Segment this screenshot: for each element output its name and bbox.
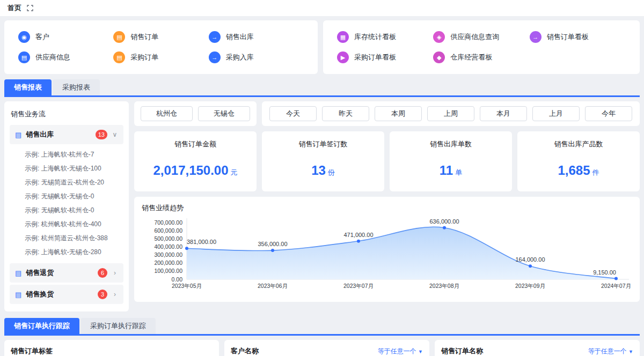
svg-text:0.00: 0.00 [172, 276, 183, 283]
count-badge: 13 [96, 130, 107, 139]
fullscreen-icon[interactable] [27, 5, 33, 11]
shortcut-label: 销售订单看板 [547, 32, 589, 42]
stat-unit: 元 [231, 168, 238, 176]
svg-text:700,000.00: 700,000.00 [154, 219, 182, 226]
shortcut-row: ◉ 客户 ▤ 销售订单 → 销售出库 ▤ 供应商信息 ▤ 采购订单 → 采购入库 [0, 16, 644, 74]
stats-row: 销售订单金额 2,017,150.00元 销售订单签订数 13份 销售出库单数 … [134, 131, 640, 191]
period-filter-this-month[interactable]: 本月 [480, 106, 527, 121]
svg-text:2024年07月: 2024年07月 [601, 283, 631, 289]
shortcut-sales-order[interactable]: ▤ 销售订单 [113, 31, 208, 43]
sidebar-group-sales-return[interactable]: ▤ 销售退货 6 › [10, 263, 123, 283]
sidebar-title: 销售业务流 [4, 105, 129, 123]
stat-card-orders-signed: 销售订单签订数 13份 [262, 131, 384, 191]
sidebar-subitem[interactable]: 示例: 杭州帆软-杭州仓-400 [4, 217, 129, 231]
sidebar-group-sales-outbound[interactable]: ▤ 销售出库 13 ∨ [10, 125, 123, 144]
tab-purchase-order-tracking[interactable]: 采购订单执行跟踪 [80, 318, 156, 334]
stat-value: 11单 [390, 163, 512, 178]
sidebar-subitem[interactable]: 示例: 无锡帆软-无锡仓-0 [4, 189, 129, 203]
stat-value: 13份 [262, 163, 384, 178]
stat-unit: 件 [592, 168, 599, 176]
period-filter-last-month[interactable]: 上月 [532, 106, 580, 121]
shortcut-warehouse-board[interactable]: ◆ 仓库经营看板 [433, 51, 529, 63]
tab-purchase-report[interactable]: 采购报表 [53, 79, 100, 95]
shortcut-customer[interactable]: ◉ 客户 [18, 31, 113, 43]
sidebar-subitem[interactable]: 示例: 上海帆软-杭州仓-7 [4, 147, 129, 161]
warehouse-filter-hangzhou[interactable]: 杭州仓 [141, 106, 193, 121]
period-filter-card: 今天 昨天 本周 上周 本月 上月 今年 [262, 101, 640, 126]
document-icon: ▤ [15, 269, 21, 277]
warehouse-filter-card: 杭州仓 无锡仓 [134, 101, 257, 126]
stat-unit: 份 [328, 168, 335, 176]
svg-text:2023年06月: 2023年06月 [258, 283, 288, 289]
purchase-order-icon: ▤ [113, 51, 125, 63]
sidebar-subitem[interactable]: 示例: 无锡简道云-杭州仓-20 [4, 175, 129, 189]
tracking-tabs: 销售订单执行跟踪 采购订单执行跟踪 [4, 318, 640, 334]
svg-text:164,000.00: 164,000.00 [515, 256, 545, 263]
shortcut-label: 供应商信息 [35, 53, 70, 62]
stat-card-order-amount: 销售订单金额 2,017,150.00元 [134, 131, 257, 191]
shortcut-inventory-board[interactable]: ▦ 库存统计看板 [337, 31, 433, 43]
shortcut-label: 采购订单看板 [354, 53, 396, 62]
home-link[interactable]: 首页 [8, 3, 21, 13]
sidebar-group-sales-exchange[interactable]: ▤ 销售换货 3 › [10, 285, 123, 304]
sales-flow-sidebar: 销售业务流 ▤ 销售出库 13 ∨ 示例: 上海帆软-杭州仓-7 示例: 上海帆… [4, 101, 129, 312]
shortcut-supplier-query[interactable]: ◈ 供应商信息查询 [433, 31, 529, 43]
order-condition-dropdown[interactable]: 等于任意一个 ▼ [588, 347, 633, 356]
customer-icon: ◉ [18, 31, 30, 43]
chevron-down-icon: ∨ [112, 131, 118, 138]
supplier-query-icon: ◈ [433, 31, 445, 43]
chevron-right-icon: › [112, 269, 118, 277]
chevron-right-icon: › [112, 291, 118, 298]
report-tabs: 销售报表 采购报表 [4, 79, 640, 95]
shortcut-label: 采购订单 [130, 53, 158, 62]
period-filter-yesterday[interactable]: 昨天 [322, 106, 369, 121]
order-name-filter-card: 销售订单名称 等于任意一个 ▼ ∨ [435, 340, 640, 356]
warehouse-filter-wuxi[interactable]: 无锡仓 [198, 106, 250, 121]
document-icon: ▤ [15, 131, 21, 139]
shortcut-label: 销售出库 [226, 32, 254, 42]
main-area: 销售业务流 ▤ 销售出库 13 ∨ 示例: 上海帆软-杭州仓-7 示例: 上海帆… [0, 97, 644, 316]
stat-title: 销售出库产品数 [517, 139, 640, 149]
svg-text:400,000.00: 400,000.00 [154, 243, 182, 250]
sidebar-subitem[interactable]: 示例: 上海帆软-无锡仓-100 [4, 161, 129, 175]
svg-text:2023年09月: 2023年09月 [515, 283, 545, 289]
purchase-inbound-icon: → [209, 51, 221, 63]
shortcut-sales-order-board[interactable]: → 销售订单看板 [530, 31, 626, 43]
document-icon: ▤ [15, 291, 21, 299]
sidebar-subitem[interactable]: 示例: 杭州简道云-杭州仓-388 [4, 231, 129, 245]
period-filter-this-week[interactable]: 本周 [375, 106, 422, 121]
filters-row: 杭州仓 无锡仓 今天 昨天 本周 上周 本月 上月 今年 [134, 101, 640, 126]
period-filter-today[interactable]: 今天 [269, 106, 317, 121]
customer-condition-dropdown[interactable]: 等于任意一个 ▼ [378, 347, 423, 356]
sidebar-subitem[interactable]: 示例: 上海帆软-无锡仓-280 [4, 245, 129, 259]
count-badge: 3 [98, 290, 107, 299]
stat-value: 2,017,150.00元 [134, 163, 257, 178]
sidebar-subitem[interactable]: 示例: 无锡帆软-杭州仓-0 [4, 203, 129, 217]
period-filter-last-week[interactable]: 上周 [427, 106, 474, 121]
topbar: 首页 [0, 0, 644, 16]
stat-card-outbound-products: 销售出库产品数 1,685件 [517, 131, 640, 191]
report-content: 杭州仓 无锡仓 今天 昨天 本周 上周 本月 上月 今年 销售订单金额 2,01… [134, 101, 640, 302]
shortcut-sales-outbound[interactable]: → 销售出库 [209, 31, 304, 43]
shortcut-panel-left: ◉ 客户 ▤ 销售订单 → 销售出库 ▤ 供应商信息 ▤ 采购订单 → 采购入库 [4, 20, 318, 74]
stat-title: 销售订单签订数 [262, 139, 384, 149]
inventory-board-icon: ▦ [337, 31, 349, 43]
count-badge: 6 [98, 268, 107, 278]
shortcut-label: 仓库经营看板 [450, 53, 492, 62]
period-filter-this-year[interactable]: 今年 [585, 106, 632, 121]
sales-order-board-icon: → [530, 31, 541, 43]
shortcut-purchase-inbound[interactable]: → 采购入库 [209, 51, 304, 63]
shortcut-supplier-info[interactable]: ▤ 供应商信息 [18, 51, 113, 63]
shortcut-purchase-order[interactable]: ▤ 采购订单 [113, 51, 208, 63]
warehouse-board-icon: ◆ [433, 51, 445, 63]
shortcut-purchase-order-board[interactable]: ▶ 采购订单看板 [337, 51, 433, 63]
svg-text:2023年07月: 2023年07月 [343, 283, 374, 289]
trend-chart-card: 销售业绩趋势 700,000.00600,000.00500,000.00400… [134, 197, 640, 302]
svg-text:2023年05月: 2023年05月 [172, 283, 202, 289]
tab-sales-report[interactable]: 销售报表 [4, 79, 52, 95]
stat-value: 1,685件 [517, 163, 640, 178]
svg-text:100,000.00: 100,000.00 [154, 268, 182, 274]
customer-name-label: 客户名称 [231, 346, 259, 356]
shortcut-label: 销售订单 [130, 32, 158, 42]
tab-sales-order-tracking[interactable]: 销售订单执行跟踪 [4, 318, 79, 334]
